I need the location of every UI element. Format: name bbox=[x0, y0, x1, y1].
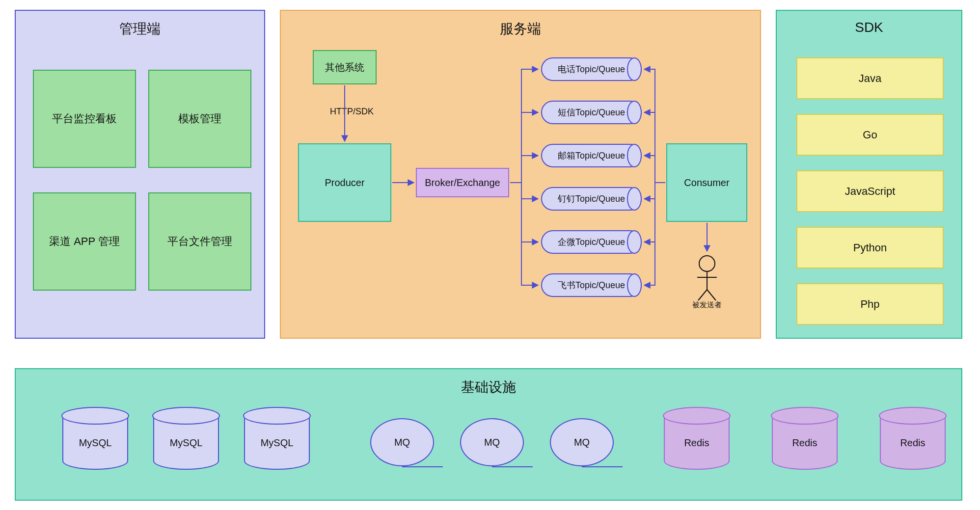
topic-label: 企微Topic/Queue bbox=[558, 236, 625, 248]
mysql-label: MySQL bbox=[79, 437, 112, 449]
sdk-javascript: JavaScript bbox=[796, 170, 944, 212]
mgmt-title: 管理端 bbox=[16, 20, 264, 38]
sdk-panel: SDK Java Go JavaScript Python Php bbox=[776, 10, 962, 339]
sdk-item-label: Java bbox=[859, 72, 881, 85]
other-system-box: 其他系统 bbox=[313, 50, 377, 84]
sdk-php: Php bbox=[796, 283, 944, 325]
mgmt-box-label: 模板管理 bbox=[178, 111, 221, 126]
sdk-item-label: Php bbox=[860, 298, 879, 311]
mq-1: MQ bbox=[370, 418, 434, 466]
svg-line-7 bbox=[707, 290, 716, 300]
svg-point-3 bbox=[699, 256, 715, 271]
topic-phone: 电话Topic/Queue bbox=[541, 57, 642, 81]
sdk-item-label: Go bbox=[863, 129, 877, 141]
infra-panel: 基础设施 MySQL MySQL MySQL MQ MQ MQ Redis Re… bbox=[15, 368, 962, 501]
mgmt-panel: 管理端 平台监控看板 模板管理 渠道 APP 管理 平台文件管理 bbox=[15, 10, 265, 339]
mq-label: MQ bbox=[484, 437, 500, 448]
mq-label: MQ bbox=[394, 437, 410, 448]
redis-label: Redis bbox=[684, 437, 709, 449]
topic-label: 飞书Topic/Queue bbox=[558, 279, 625, 291]
topic-email: 邮箱Topic/Queue bbox=[541, 144, 642, 167]
redis-db-2: Redis bbox=[772, 416, 838, 470]
mysql-db-2: MySQL bbox=[153, 416, 219, 470]
mysql-label: MySQL bbox=[170, 437, 203, 449]
http-sdk-label: HTTP/SDK bbox=[330, 107, 374, 117]
other-system-label: 其他系统 bbox=[325, 61, 364, 74]
producer-box: Producer bbox=[298, 143, 391, 222]
svg-line-6 bbox=[698, 290, 707, 300]
consumer-label: Consumer bbox=[684, 177, 729, 188]
srv-panel: 服务端 其他系统 HTTP/SDK Producer Broker/Exchan… bbox=[280, 10, 761, 339]
sendee-label: 被发送者 bbox=[692, 300, 722, 310]
mgmt-box-label: 平台监控看板 bbox=[52, 111, 117, 126]
topic-label: 钉钉Topic/Queue bbox=[558, 193, 625, 205]
topic-label: 邮箱Topic/Queue bbox=[558, 150, 625, 161]
mq-label: MQ bbox=[574, 437, 590, 448]
mgmt-box-template: 模板管理 bbox=[148, 70, 251, 168]
topic-wecom: 企微Topic/Queue bbox=[541, 230, 642, 254]
redis-label: Redis bbox=[900, 437, 925, 449]
topic-dingtalk: 钉钉Topic/Queue bbox=[541, 187, 642, 211]
topic-feishu: 飞书Topic/Queue bbox=[541, 273, 642, 297]
mgmt-box-channel-app: 渠道 APP 管理 bbox=[33, 192, 136, 291]
producer-label: Producer bbox=[325, 177, 364, 188]
topic-sms: 短信Topic/Queue bbox=[541, 101, 642, 124]
mgmt-box-label: 平台文件管理 bbox=[167, 234, 232, 249]
consumer-box: Consumer bbox=[666, 143, 747, 222]
redis-db-3: Redis bbox=[880, 416, 946, 470]
mysql-db-1: MySQL bbox=[62, 416, 128, 470]
mysql-db-3: MySQL bbox=[244, 416, 310, 470]
sdk-java: Java bbox=[796, 57, 944, 99]
mq-2: MQ bbox=[460, 418, 524, 466]
sdk-item-label: JavaScript bbox=[845, 185, 896, 198]
mysql-label: MySQL bbox=[261, 437, 294, 449]
sdk-go: Go bbox=[796, 114, 944, 156]
mgmt-box-dashboard: 平台监控看板 bbox=[33, 70, 136, 168]
redis-db-1: Redis bbox=[664, 416, 730, 470]
mgmt-box-file-mgmt: 平台文件管理 bbox=[148, 192, 251, 291]
mq-3: MQ bbox=[550, 418, 614, 466]
topic-label: 短信Topic/Queue bbox=[558, 107, 625, 118]
redis-label: Redis bbox=[792, 437, 817, 449]
broker-box: Broker/Exchange bbox=[416, 168, 509, 197]
infra-title: 基础设施 bbox=[16, 378, 961, 397]
sdk-python: Python bbox=[796, 227, 944, 268]
srv-title: 服务端 bbox=[281, 20, 760, 38]
topic-label: 电话Topic/Queue bbox=[558, 63, 625, 75]
sdk-item-label: Python bbox=[853, 242, 887, 254]
broker-label: Broker/Exchange bbox=[425, 177, 500, 188]
mgmt-box-label: 渠道 APP 管理 bbox=[49, 234, 120, 249]
sdk-title: SDK bbox=[777, 20, 961, 35]
